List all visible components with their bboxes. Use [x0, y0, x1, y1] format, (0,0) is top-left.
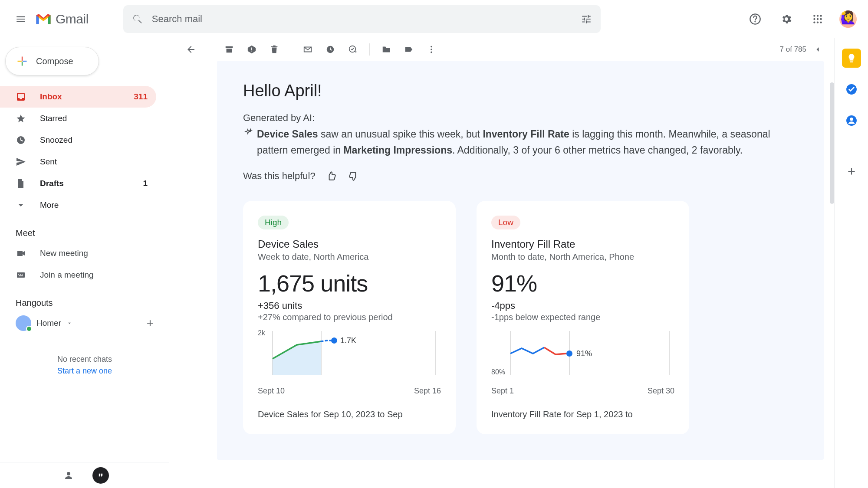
card-value: 91%: [491, 270, 674, 297]
thumbs-up-icon: [326, 170, 337, 182]
label-icon: [404, 45, 414, 54]
add-addon-button[interactable]: [842, 162, 861, 181]
card-footer: Inventory Fill Rate for Sep 1, 2023 to: [491, 409, 674, 419]
svg-rect-11: [22, 57, 23, 61]
clock-icon: [326, 45, 335, 54]
chevron-down-icon: [16, 200, 28, 210]
sidebar-item-drafts[interactable]: Drafts 1: [0, 173, 156, 194]
add-task-button[interactable]: [343, 40, 362, 59]
search-bar[interactable]: [123, 5, 601, 33]
send-icon: [16, 157, 28, 167]
add-chat-button[interactable]: +: [147, 316, 154, 330]
sidebar-item-more[interactable]: More: [0, 194, 156, 216]
nav-label: Starred: [40, 114, 67, 123]
start-chat-link[interactable]: Start a new one: [0, 367, 169, 376]
x-end: Sept 30: [648, 386, 674, 396]
nav-label: Inbox: [40, 92, 62, 102]
contacts-tab-button[interactable]: [60, 467, 77, 484]
y-axis-label: 2k: [258, 329, 266, 337]
thumbs-up-button[interactable]: [326, 170, 337, 182]
sidebar: Compose Inbox 311 Starred Snoozed Sent D…: [0, 38, 169, 488]
quote-icon: [96, 471, 105, 480]
card-delta-sub: -1pps below expected range: [491, 312, 674, 322]
summary-bold: Marketing Impressions: [343, 144, 452, 156]
account-avatar[interactable]: [838, 10, 858, 29]
svg-rect-14: [18, 61, 22, 62]
thumbs-down-icon: [348, 170, 359, 182]
new-meeting-button[interactable]: New meeting: [0, 242, 169, 264]
settings-button[interactable]: [776, 9, 797, 29]
point-label: 91%: [576, 349, 592, 358]
nav-label: Drafts: [40, 179, 64, 188]
task-icon: [348, 45, 358, 54]
svg-point-10: [820, 21, 822, 23]
svg-rect-16: [17, 272, 25, 278]
contacts-button[interactable]: [842, 111, 861, 130]
svg-point-1: [755, 21, 755, 22]
summary-text: saw an unusual spike this week, but: [318, 128, 483, 140]
inbox-icon: [16, 92, 28, 102]
card-delta-sub: +27% compared to previous period: [258, 312, 441, 322]
header: Gmail: [0, 0, 868, 38]
header-actions: [745, 9, 858, 29]
x-end: Sept 16: [414, 386, 441, 396]
svg-point-5: [813, 18, 815, 20]
svg-point-30: [331, 337, 337, 344]
x-axis-labels: Sept 1 Sept 30: [491, 386, 674, 396]
x-start: Sept 1: [491, 386, 514, 396]
apps-button[interactable]: [807, 9, 828, 29]
svg-point-7: [820, 18, 822, 20]
svg-point-34: [566, 350, 572, 357]
meet-header: Meet: [0, 216, 169, 242]
feedback-label: Was this helpful?: [243, 170, 316, 182]
hangouts-tab-button[interactable]: [92, 467, 109, 484]
thumbs-down-button[interactable]: [348, 170, 359, 182]
email-body: Hello April! Generated by AI: Device Sal…: [217, 61, 824, 460]
svg-point-37: [850, 118, 853, 121]
more-button[interactable]: [422, 40, 441, 59]
sidebar-item-sent[interactable]: Sent: [0, 151, 156, 173]
sidebar-item-inbox[interactable]: Inbox 311: [0, 86, 156, 108]
svg-point-6: [817, 18, 819, 20]
delete-button[interactable]: [265, 40, 284, 59]
archive-icon: [224, 45, 234, 54]
join-meeting-button[interactable]: Join a meeting: [0, 264, 169, 286]
sidebar-item-starred[interactable]: Starred: [0, 108, 156, 129]
sparkline-chart-icon: 2k 1.7K: [258, 328, 440, 380]
presence-indicator-icon: [26, 326, 32, 332]
label-button[interactable]: [399, 40, 418, 59]
empty-chats-text: No recent chats: [0, 355, 169, 364]
gmail-logo[interactable]: Gmail: [35, 12, 89, 26]
sparkline-chart-icon: 91% 80%: [491, 328, 674, 380]
compose-button[interactable]: Compose: [5, 47, 99, 75]
metric-card-device-sales: High Device Sales Week to date, North Am…: [243, 201, 456, 434]
nav-label: Snoozed: [40, 135, 72, 145]
mark-unread-button[interactable]: [298, 40, 317, 59]
dropdown-icon: [66, 320, 72, 326]
y-axis-label: 80%: [491, 368, 505, 376]
back-button[interactable]: [181, 40, 201, 59]
sparkle-icon: [243, 128, 253, 138]
keep-button[interactable]: [842, 49, 861, 68]
metric-card-inventory-fill: Low Inventory Fill Rate Month to date, N…: [477, 201, 689, 434]
lightbulb-icon: [846, 52, 857, 64]
nav-label: Sent: [40, 157, 57, 167]
archive-button[interactable]: [220, 40, 239, 59]
nav-count: 311: [134, 92, 148, 102]
main-area: 7 of 785 Hello April! Generated by AI: D…: [169, 38, 868, 488]
scrollbar-thumb[interactable]: [830, 82, 834, 204]
support-button[interactable]: [745, 9, 766, 29]
hangouts-account[interactable]: Homer +: [0, 312, 169, 334]
svg-point-3: [817, 15, 819, 16]
main-menu-button[interactable]: [10, 9, 31, 29]
snooze-button[interactable]: [321, 40, 340, 59]
tasks-button[interactable]: [842, 80, 861, 99]
nav-count: 1: [143, 179, 148, 188]
search-options-icon[interactable]: [581, 13, 592, 25]
move-button[interactable]: [377, 40, 396, 59]
search-input[interactable]: [152, 13, 581, 25]
sidebar-item-snoozed[interactable]: Snoozed: [0, 129, 156, 151]
prev-email-button[interactable]: [813, 45, 822, 54]
person-circle-icon: [846, 115, 857, 126]
spam-button[interactable]: [242, 40, 261, 59]
